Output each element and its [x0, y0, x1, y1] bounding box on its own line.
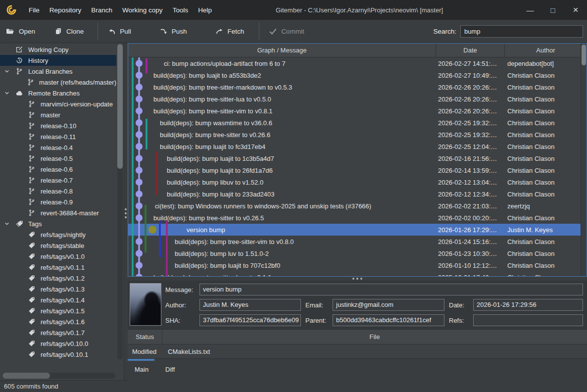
commit-row[interactable]: build(deps): bump luajit to 707c12bf0202…: [128, 259, 587, 271]
maximize-button[interactable]: □: [541, 0, 564, 20]
sidebar-item[interactable]: master (refs/heads/master): [0, 77, 116, 88]
commit-row[interactable]: build(deps): bump luv to 1.51.0-22026-01…: [128, 247, 587, 259]
sidebar-vertical-scrollbar[interactable]: [117, 44, 123, 359]
sidebar-item[interactable]: Local Branches: [0, 66, 116, 77]
close-button[interactable]: ×: [564, 0, 587, 20]
details-splitter[interactable]: [128, 277, 587, 281]
date-field[interactable]: 2026-01-26 17:29:56: [473, 299, 583, 311]
sidebar-item[interactable]: refs/tags/v0.1.1: [0, 262, 116, 273]
menu-repository[interactable]: Repository: [45, 6, 87, 14]
sidebar-item[interactable]: revert-36884-master: [0, 207, 116, 218]
commit-row[interactable]: build(deps): bump tree-sitter-luap to 0.…: [128, 271, 587, 276]
file-table: Status File ModifiedCMakeLists.txt: [128, 330, 587, 359]
sidebar-item[interactable]: refs/tags/v0.1.2: [0, 273, 116, 284]
push-label: Push: [172, 28, 187, 35]
commit-row[interactable]: build(deps): bump tree-sitter-lua to v0.…: [128, 93, 587, 105]
column-author[interactable]: Author: [505, 44, 587, 57]
sidebar-item[interactable]: marvim/ci-version-update: [0, 98, 116, 109]
branch-icon: [27, 198, 36, 205]
commit-row[interactable]: build(deps): bump libuv to v1.52.02026-0…: [128, 176, 587, 188]
sidebar-item[interactable]: refs/tags/v0.1.0: [0, 251, 116, 262]
menu-tools[interactable]: Tools: [168, 6, 194, 14]
sha-field[interactable]: 37dfba67f495125cca76dbeb6e09: [199, 314, 301, 326]
column-status[interactable]: Status: [128, 330, 162, 344]
sidebar-item[interactable]: refs/tags/v0.1.6: [0, 316, 116, 327]
commit-row[interactable]: build(deps): bump luajit to fc3d17eb4202…: [128, 141, 587, 152]
commit-author: dependabot[bot]: [505, 57, 587, 69]
clone-label: Clone: [66, 28, 84, 35]
column-graph-message[interactable]: Graph / Message: [128, 44, 436, 57]
commit-row[interactable]: build(deps): bump luajit to a553b3de2202…: [128, 69, 587, 81]
sidebar-item[interactable]: release-0.5: [0, 153, 116, 164]
sidebar-item[interactable]: refs/tags/stable: [0, 240, 116, 251]
search-input[interactable]: [460, 25, 583, 38]
sidebar-item[interactable]: release-0.11: [0, 131, 116, 142]
column-date[interactable]: Date: [436, 44, 505, 57]
fetch-button[interactable]: Fetch: [216, 28, 245, 35]
sidebar-item[interactable]: refs/tags/v0.1.3: [0, 284, 116, 294]
sidebar-item[interactable]: Remote Branches: [0, 88, 116, 98]
commit-row[interactable]: build(deps): bump luajit to 1c3b5a4d7202…: [128, 152, 587, 164]
commit-row[interactable]: ci(test): bump Windows runners to window…: [128, 200, 587, 212]
commit-row[interactable]: build(deps): bump tree-sitter-vim to v0.…: [128, 105, 587, 117]
table-vertical-scrollbar[interactable]: [581, 44, 587, 276]
parent-field[interactable]: b500dd39463cabdcffc10261f1cef: [333, 314, 444, 326]
commit-row[interactable]: build(deps): bump tree-sitter to v0.26.6…: [128, 129, 587, 141]
sidebar-item-label: refs/tags/v0.1.4: [41, 296, 85, 304]
commit-row[interactable]: build(deps): bump tree-sitter-markdown t…: [128, 81, 587, 93]
menu-help[interactable]: Help: [193, 6, 217, 14]
sidebar-item[interactable]: refs/tags/nightly: [0, 229, 116, 240]
statusbar: 605 commits found: [0, 380, 587, 392]
refs-field[interactable]: [473, 314, 583, 326]
chevron-down-icon[interactable]: [4, 68, 15, 74]
commit-row[interactable]: build(deps): bump tree-sitter to v0.26.5…: [128, 212, 587, 224]
branch-icon: [27, 144, 36, 151]
chevron-down-icon[interactable]: [4, 90, 15, 96]
tab-diff[interactable]: Diff: [165, 366, 175, 373]
sidebar-item[interactable]: refs/tags/v0.1.5: [0, 305, 116, 316]
sidebar-item[interactable]: release-0.9: [0, 196, 116, 207]
sidebar-item[interactable]: master: [0, 109, 116, 120]
sidebar-item[interactable]: History: [0, 55, 116, 66]
sidebar-item[interactable]: release-0.8: [0, 186, 116, 196]
sidebar-splitter[interactable]: [124, 43, 128, 380]
fetch-label: Fetch: [228, 28, 245, 35]
commit-row[interactable]: build(deps): bump tree-sitter-vim to v0.…: [128, 236, 587, 247]
sidebar-item[interactable]: Tags: [0, 218, 116, 229]
commit-row[interactable]: build(deps): bump luajit to 26fd1a7d6202…: [128, 164, 587, 176]
sidebar-item[interactable]: refs/tags/v0.1.7: [0, 327, 116, 338]
email-field[interactable]: justinkz@gmail.com: [333, 299, 444, 311]
minimize-button[interactable]: —: [519, 0, 541, 20]
tab-main[interactable]: Main: [135, 366, 148, 373]
pull-button[interactable]: Pull: [108, 28, 131, 35]
sidebar-item[interactable]: release-0.6: [0, 164, 116, 175]
chevron-down-icon[interactable]: [4, 221, 15, 227]
sidebar-item[interactable]: release-0.10: [0, 120, 116, 131]
sidebar-item[interactable]: release-0.7: [0, 175, 116, 186]
sidebar-horizontal-scrollbar[interactable]: [1, 373, 115, 379]
column-file[interactable]: File: [162, 333, 587, 341]
author-field[interactable]: Justin M. Keyes: [199, 299, 301, 311]
commit-row[interactable]: ci: bump actions/upload-artifact from 6 …: [128, 57, 587, 69]
menu-working-copy[interactable]: Working copy: [117, 6, 168, 14]
sidebar-item[interactable]: refs/tags/v0.10.1: [0, 349, 116, 359]
toolbar-separator: [98, 22, 98, 40]
menu-file[interactable]: File: [24, 6, 45, 14]
branch-icon: [15, 68, 24, 75]
sidebar-item[interactable]: Working Copy: [0, 44, 116, 55]
sidebar-item[interactable]: release-0.4: [0, 142, 116, 153]
commit-button[interactable]: Commit: [269, 28, 304, 35]
sidebar-item[interactable]: refs/tags/v0.1.4: [0, 294, 116, 305]
commit-row[interactable]: build(deps): bump wasmtime to v36.0.6202…: [128, 117, 587, 129]
branch-icon: [27, 79, 35, 86]
commit-row[interactable]: version bump2026-01-26 17:29:…Justin M. …: [128, 224, 587, 236]
sidebar-item[interactable]: refs/tags/v0.10.0: [0, 338, 116, 349]
open-button[interactable]: Open: [6, 28, 35, 35]
file-row[interactable]: ModifiedCMakeLists.txt: [128, 344, 587, 359]
push-button[interactable]: Push: [160, 28, 187, 35]
clone-button[interactable]: Clone: [55, 28, 84, 35]
message-field[interactable]: version bump: [199, 284, 583, 295]
commit-author: Christian Clason: [505, 69, 587, 81]
menu-branch[interactable]: Branch: [86, 6, 117, 14]
commit-row[interactable]: build(deps): bump luajit to 233ad2403202…: [128, 188, 587, 200]
